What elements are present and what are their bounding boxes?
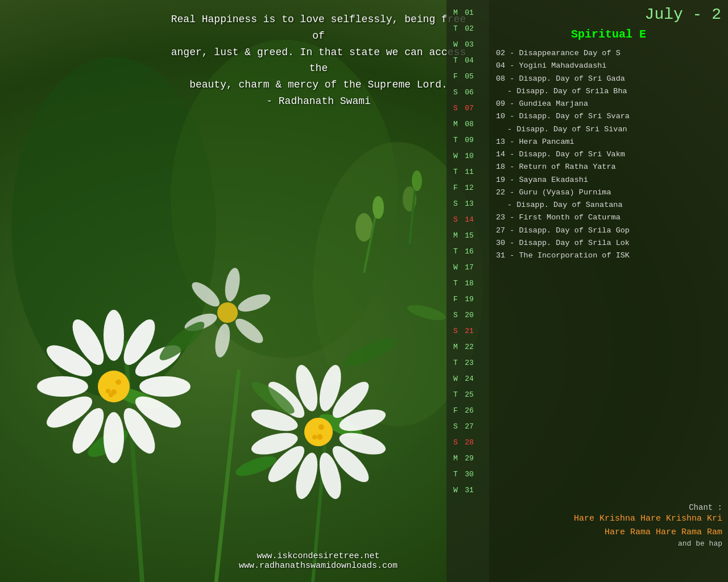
cal-letter: F: [449, 184, 462, 192]
cal-letter: T: [449, 136, 462, 144]
cal-letter: T: [449, 390, 462, 399]
calendar-day-03: W03: [446, 36, 489, 52]
cal-num: 22: [462, 343, 476, 351]
event-item: - Disapp. Day of Sanatana: [496, 199, 721, 211]
calendar-day-22: M22: [446, 339, 489, 355]
svg-point-13: [104, 310, 124, 361]
calendar-day-04: T04: [446, 52, 489, 68]
cal-letter: T: [449, 470, 462, 479]
website-link-2: www.radhanathswamidownloads.com: [239, 561, 398, 571]
cal-letter: T: [449, 359, 462, 367]
event-item: - Disapp. Day of Srila Bha: [496, 86, 721, 97]
cal-letter: M: [449, 343, 462, 351]
cal-num: 03: [462, 40, 476, 49]
cal-letter: T: [449, 279, 462, 288]
cal-num: 30: [462, 470, 476, 479]
cal-letter: W: [449, 263, 462, 272]
event-item: 09 - Gundiea Marjana: [496, 98, 721, 110]
cal-letter: S: [449, 215, 462, 224]
calendar-day-13: S13: [446, 196, 489, 211]
cal-letter: S: [449, 422, 462, 431]
svg-point-30: [106, 389, 110, 393]
cal-num: 23: [462, 359, 476, 367]
cal-letter: S: [449, 199, 462, 208]
calendar-day-26: F26: [446, 402, 489, 418]
svg-point-22: [37, 376, 88, 397]
cal-letter: F: [449, 406, 462, 415]
calendar-day-17: W17: [446, 259, 489, 275]
quote-line2: anger, lust & greed. In that state we ca…: [171, 44, 466, 77]
cal-letter: T: [449, 247, 462, 256]
calendar-day-12: F12: [446, 180, 489, 196]
section-title: Spiritual E: [496, 28, 721, 41]
cal-num: 05: [462, 72, 476, 81]
svg-point-19: [104, 412, 124, 463]
chant-label: Chant :: [495, 503, 722, 512]
cal-letter: W: [449, 40, 462, 49]
calendar-day-14: S14: [446, 211, 489, 227]
calendar-day-18: T18: [446, 275, 489, 291]
cal-num: 20: [462, 311, 476, 319]
calendar-day-24: W24: [446, 371, 489, 386]
cal-letter: S: [449, 438, 462, 447]
calendar-day-11: T11: [446, 164, 489, 180]
cal-num: 16: [462, 247, 476, 256]
event-item: 30 - Disapp. Day of Srila Lok: [496, 238, 721, 249]
svg-point-32: [109, 393, 113, 397]
svg-point-27: [106, 381, 112, 386]
chant-line1: Hare Krishna Hare Krishna Kri: [495, 512, 722, 526]
calendar-day-29: M29: [446, 450, 489, 466]
cal-letter: S: [449, 88, 462, 97]
calendar-day-20: S20: [446, 307, 489, 323]
cal-num: 10: [462, 152, 476, 160]
calendar-strip: M01T02W03T04F05S06S07M08T09W10T11F12S13S…: [446, 0, 489, 582]
cal-letter: T: [449, 24, 462, 33]
cal-num: 21: [462, 327, 476, 335]
event-item: 18 - Return of Ratha Yatra: [496, 161, 721, 173]
cal-num: 08: [462, 120, 476, 128]
event-item: 31 - The Incorporation of ISK: [496, 250, 721, 261]
cal-letter: T: [449, 168, 462, 176]
svg-point-29: [117, 389, 122, 393]
event-item: 02 - Disappearance Day of S: [496, 48, 721, 59]
quote-area: Real Happiness is to love selflessly, be…: [171, 11, 466, 107]
cal-num: 07: [462, 104, 476, 113]
cal-num: 25: [462, 390, 476, 399]
calendar-day-10: W10: [446, 148, 489, 164]
event-item: 13 - Hera Pancami: [496, 136, 721, 148]
event-item: 04 - Yogini Mahadvadashi: [496, 60, 721, 72]
calendar-day-01: M01: [446, 5, 489, 20]
cal-letter: M: [449, 454, 462, 463]
calendar-day-30: T30: [446, 466, 489, 482]
calendar-day-27: S27: [446, 418, 489, 434]
cal-letter: S: [449, 311, 462, 319]
calendar-day-06: S06: [446, 84, 489, 100]
month-title: July - 2: [496, 6, 721, 23]
event-item: 23 - First Month of Caturma: [496, 212, 721, 223]
calendar-day-07: S07: [446, 100, 489, 116]
cal-num: 27: [462, 422, 476, 431]
cal-num: 28: [462, 438, 476, 447]
cal-letter: W: [449, 375, 462, 383]
cal-num: 29: [462, 454, 476, 463]
event-item: 14 - Disapp. Day of Sri Vakm: [496, 149, 721, 160]
cal-letter: S: [449, 327, 462, 335]
cal-num: 02: [462, 24, 476, 33]
cal-num: 15: [462, 231, 476, 240]
svg-point-16: [139, 376, 191, 397]
cal-letter: F: [449, 295, 462, 304]
calendar-day-25: T25: [446, 386, 489, 402]
cal-num: 06: [462, 88, 476, 97]
cal-num: 17: [462, 263, 476, 272]
event-list: 02 - Disappearance Day of S04 - Yogini M…: [496, 48, 721, 261]
cal-num: 01: [462, 9, 476, 17]
calendar-day-09: T09: [446, 132, 489, 148]
svg-point-25: [98, 371, 130, 402]
cal-num: 24: [462, 375, 476, 383]
calendar-day-28: S28: [446, 434, 489, 450]
cal-letter: S: [449, 104, 462, 113]
right-panel: July - 2 Spiritual E 02 - Disappearance …: [489, 0, 728, 582]
cal-num: 26: [462, 406, 476, 415]
quote-line1: Real Happiness is to love selflessly, be…: [171, 11, 466, 44]
calendar-day-16: T16: [446, 243, 489, 259]
